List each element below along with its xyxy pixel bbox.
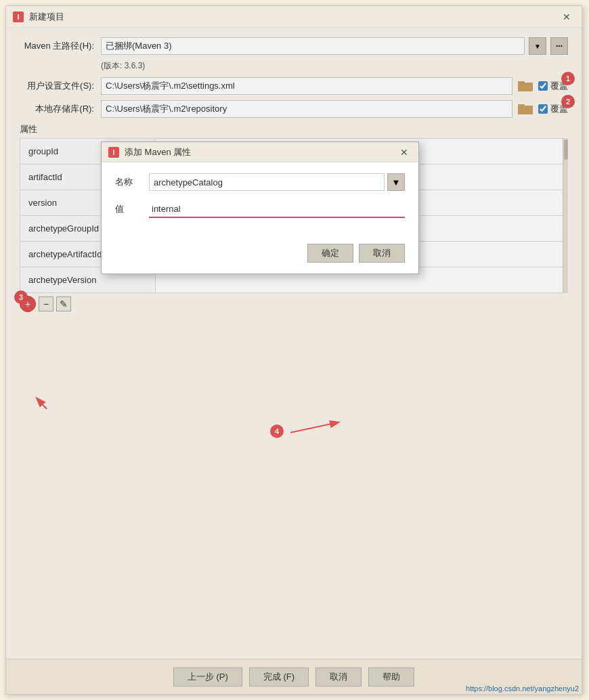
title-bar: I 新建项目 ✕	[6, 6, 582, 28]
dialog-name-row: 名称 ▼	[115, 173, 405, 191]
badge-4: 4	[270, 424, 284, 438]
close-button[interactable]: ✕	[559, 10, 575, 24]
dialog-content: 名称 ▼ 值	[102, 162, 418, 238]
help-button[interactable]: 帮助	[368, 668, 414, 686]
bottom-cancel-button[interactable]: 取消	[315, 668, 362, 686]
dialog-title-text: 添加 Maven 属性	[125, 146, 191, 158]
dialog-app-icon: I	[108, 147, 119, 158]
dialog-close-button[interactable]: ✕	[397, 146, 412, 158]
footer-link[interactable]: https://blog.csdn.net/yangzhenyu2	[466, 684, 579, 693]
dialog-footer: 确定 取消	[102, 238, 418, 274]
overlay	[6, 28, 582, 659]
dialog-value-input[interactable]	[149, 200, 405, 218]
app-icon: I	[13, 12, 24, 22]
add-maven-property-dialog: I 添加 Maven 属性 ✕ 名称 ▼ 值	[101, 141, 419, 274]
dialog-name-label: 名称	[115, 176, 149, 188]
chevron-down-icon: ▼	[392, 177, 401, 188]
svg-text:I: I	[17, 13, 19, 21]
title-bar-left: I 新建项目	[13, 11, 64, 23]
back-button[interactable]: 上一步 (P)	[173, 668, 242, 686]
dialog-title-left: I 添加 Maven 属性	[108, 146, 191, 158]
dialog-value-label: 值	[115, 203, 149, 215]
dialog-ok-button[interactable]: 确定	[307, 244, 353, 263]
dialog-cancel-button[interactable]: 取消	[359, 244, 405, 263]
dialog-value-row: 值	[115, 200, 405, 218]
finish-button[interactable]: 完成 (F)	[249, 668, 309, 686]
dialog-name-input-wrap: ▼	[149, 173, 405, 191]
dialog-name-input[interactable]	[149, 173, 385, 191]
svg-text:I: I	[112, 148, 114, 156]
window-title: 新建项目	[29, 11, 64, 23]
main-window: I 新建项目 ✕ Maven 主路径(H): 已捆绑(Maven 3) ▼ ··…	[5, 5, 582, 695]
dialog-title-bar: I 添加 Maven 属性 ✕	[102, 142, 418, 162]
dialog-name-dropdown[interactable]: ▼	[387, 173, 405, 191]
